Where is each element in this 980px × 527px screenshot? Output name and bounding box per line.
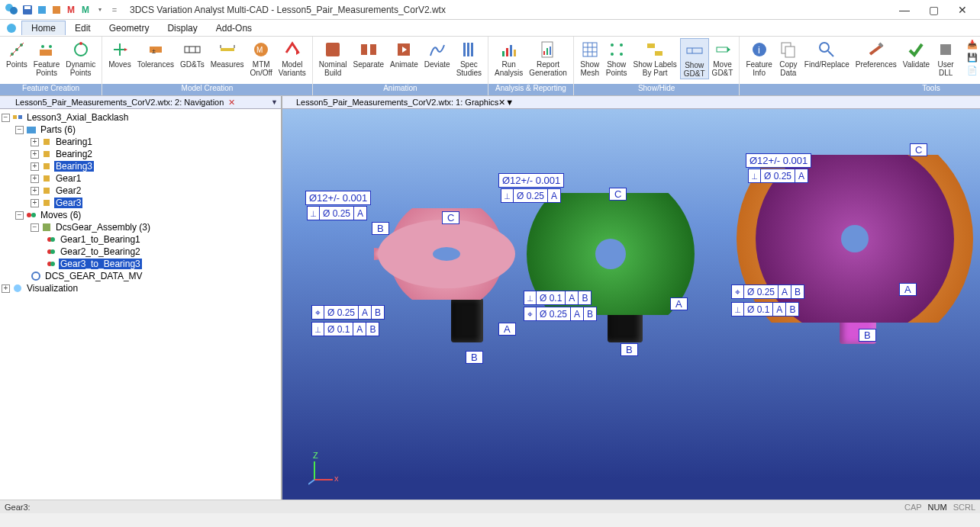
svg-rect-44 xyxy=(647,43,655,48)
tree-root[interactable]: Lesson3_Axial_Backlash xyxy=(25,112,130,123)
tolerances-button[interactable]: ±Tolerances xyxy=(134,38,177,69)
tree-mv3[interactable]: Gear3_to_Bearing3 xyxy=(59,259,142,269)
graphics-viewport[interactable]: Ø12+/- 0.001 ⟂Ø 0.25A B C ⌖Ø 0.25AB ⟂Ø 0… xyxy=(282,109,980,500)
gfx-tab-dropdown-icon[interactable]: ▼ xyxy=(505,98,514,107)
menu-addons[interactable]: Add-Ons xyxy=(207,21,261,35)
tree-bearing1[interactable]: Bearing1 xyxy=(54,137,94,147)
svg-rect-24 xyxy=(361,44,367,55)
tree-moves[interactable]: Moves (6) xyxy=(39,210,82,220)
mtm-button[interactable]: MMTM On/Off xyxy=(247,38,276,78)
show-labels-button[interactable]: Show Labels By Part xyxy=(630,38,680,78)
report-gen-button[interactable]: Report Generation xyxy=(526,38,569,78)
log-file-button[interactable]: 📄Log File▾ xyxy=(963,64,980,77)
qat-save-icon[interactable] xyxy=(21,4,34,16)
expand-icon[interactable]: − xyxy=(2,114,10,122)
show-points-button[interactable]: Show Points xyxy=(603,38,630,78)
spec-studies-button[interactable]: Spec Studies xyxy=(453,38,485,78)
nominal-build-button[interactable]: Nominal Build xyxy=(316,38,350,78)
moves-button[interactable]: Moves xyxy=(105,38,134,69)
move-icon xyxy=(46,234,56,245)
move-gdt-button[interactable]: Move GD&T xyxy=(709,38,737,78)
import-button[interactable]: 📥Import▾ xyxy=(963,38,980,51)
nav-doc-tab[interactable]: Lesson5_Pair_Measurements_CorV2.wtx: 2: … xyxy=(0,96,281,109)
qat-caret-icon[interactable]: ▾ xyxy=(94,4,106,16)
navigation-tree[interactable]: −Lesson3_Axial_Backlash −Parts (6) +Bear… xyxy=(0,109,281,500)
tree-gear3[interactable]: Gear3 xyxy=(54,198,82,208)
qat-cube1-icon[interactable] xyxy=(36,4,48,16)
tree-mv2[interactable]: Gear2_to_Bearing2 xyxy=(59,246,142,257)
tree-bearing2[interactable]: Bearing2 xyxy=(54,149,94,159)
validate-button[interactable]: Validate xyxy=(900,38,933,69)
expand-icon[interactable]: + xyxy=(31,187,39,195)
expand-icon[interactable]: − xyxy=(15,126,24,134)
expand-icon[interactable]: − xyxy=(31,223,39,232)
file-menu-icon[interactable] xyxy=(6,23,17,34)
tree-visualization[interactable]: Visualization xyxy=(25,283,79,294)
menu-edit[interactable]: Edit xyxy=(66,21,100,35)
user-dll-button[interactable]: User DLL xyxy=(933,38,959,78)
menu-geometry[interactable]: Geometry xyxy=(100,21,159,35)
feature-info-icon: i xyxy=(750,40,769,59)
qat-m-red-icon[interactable]: M xyxy=(65,4,77,16)
qat-cube2-icon[interactable] xyxy=(50,4,63,16)
menu-display[interactable]: Display xyxy=(158,21,206,35)
measures-button[interactable]: Measures xyxy=(208,38,247,69)
tree-parts[interactable]: Parts (6) xyxy=(39,124,77,135)
model-variants-button[interactable]: Model Variants xyxy=(276,38,309,78)
animate-button[interactable]: Animate xyxy=(387,38,421,69)
find-replace-button[interactable]: Find/Replace xyxy=(801,38,853,69)
svg-rect-45 xyxy=(655,51,662,56)
datum-C-3: C xyxy=(910,143,927,156)
preferences-button[interactable]: Preferences xyxy=(853,38,900,69)
group-label-animation: Animation xyxy=(313,84,488,95)
close-button[interactable]: ✕ xyxy=(949,1,975,19)
maximize-button[interactable]: ▢ xyxy=(920,1,946,19)
nav-tab-dropdown-icon[interactable]: ▼ xyxy=(271,98,278,106)
show-gdt-button[interactable]: Show GD&T xyxy=(680,38,709,79)
save-backup-button[interactable]: 💾Save Backup▾ xyxy=(963,51,980,64)
run-analysis-button[interactable]: Run Analysis xyxy=(492,38,526,78)
expand-icon[interactable]: + xyxy=(31,138,39,146)
labels-icon xyxy=(645,40,665,59)
svg-line-54 xyxy=(828,51,833,56)
expand-icon[interactable]: + xyxy=(31,199,39,207)
dynamic-points-button[interactable]: Dynamic Points xyxy=(63,38,98,78)
copy-data-button[interactable]: Copy Data xyxy=(775,38,801,78)
status-cap: CAP xyxy=(904,503,922,512)
points-button[interactable]: Points xyxy=(3,38,31,69)
find-replace-icon xyxy=(817,40,837,59)
expand-icon[interactable]: + xyxy=(2,284,10,293)
tree-gear2[interactable]: Gear2 xyxy=(54,185,82,196)
separate-button[interactable]: Separate xyxy=(350,38,387,69)
expand-icon[interactable]: − xyxy=(15,211,24,220)
group-label-showhide: Show/Hide xyxy=(574,84,740,95)
gfx-tab-close-icon[interactable]: ✕ xyxy=(498,98,505,108)
feature-info-button[interactable]: iFeature Info xyxy=(743,38,775,78)
shaft-gear1 xyxy=(451,298,483,342)
expand-icon[interactable]: + xyxy=(31,162,39,171)
gdts-button[interactable]: GD&Ts xyxy=(177,38,208,69)
gfx-doc-tab[interactable]: Lesson5_Pair_Measurements_CorV2.wtx: 1: … xyxy=(282,96,980,109)
feature-points-button[interactable]: Feature Points xyxy=(31,38,63,78)
tree-mv1[interactable]: Gear1_to_Bearing1 xyxy=(59,234,142,245)
datum-C-1: C xyxy=(442,211,459,224)
menu-home[interactable]: Home xyxy=(21,21,66,35)
expand-icon[interactable]: + xyxy=(31,150,39,159)
tree-dcs-data[interactable]: DCS_GEAR_DATA_MV xyxy=(44,271,144,281)
assembly-icon xyxy=(12,112,23,123)
tree-gear1[interactable]: Gear1 xyxy=(54,173,82,184)
svg-point-83 xyxy=(433,240,460,268)
svg-text:M: M xyxy=(256,46,263,54)
svg-rect-52 xyxy=(785,47,795,57)
tree-asm[interactable]: DcsGear_Assembly (3) xyxy=(54,222,152,233)
deviate-button[interactable]: Deviate xyxy=(421,38,453,69)
minimize-button[interactable]: — xyxy=(891,1,917,19)
save-backup-icon: 💾 xyxy=(966,52,978,64)
nav-tab-close-icon[interactable]: ✕ xyxy=(228,98,235,108)
expand-icon[interactable]: + xyxy=(31,175,39,183)
status-num: NUM xyxy=(928,503,947,512)
show-mesh-button[interactable]: Show Mesh xyxy=(577,38,603,78)
qat-m-green-icon[interactable]: M xyxy=(79,4,92,16)
tree-bearing3[interactable]: Bearing3 xyxy=(54,161,94,172)
group-label-analysis: Analysis & Reporting xyxy=(488,84,573,95)
